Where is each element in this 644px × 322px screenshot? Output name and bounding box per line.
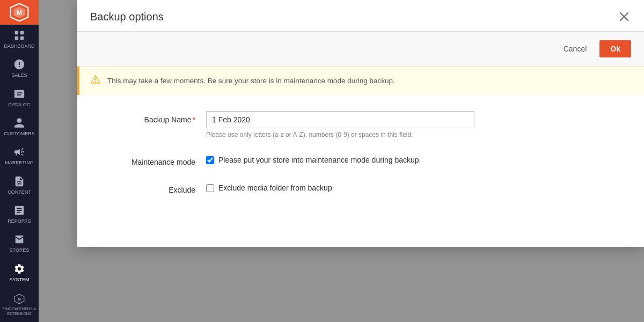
- exclude-label: Exclude: [99, 181, 206, 194]
- sidebar-item-sales-label: Sales: [11, 72, 27, 78]
- backup-name-label: Backup Name*: [99, 111, 206, 124]
- exclude-checkbox-row: Exclude media folder from backup: [206, 181, 623, 192]
- backup-name-hint: Please use only letters (a-z or A-Z), nu…: [206, 131, 623, 138]
- maintenance-mode-checkbox[interactable]: [206, 156, 214, 164]
- backup-name-field: Please use only letters (a-z or A-Z), nu…: [206, 111, 623, 138]
- close-icon: [619, 12, 629, 21]
- sidebar-item-reports-label: Reports: [8, 218, 31, 224]
- sidebar-item-content[interactable]: Content: [0, 171, 39, 200]
- sidebar-item-customers-label: Customers: [4, 131, 34, 136]
- sidebar-item-system-label: System: [9, 277, 29, 282]
- backup-name-input[interactable]: [206, 111, 474, 128]
- maintenance-mode-checkbox-row: Please put your store into maintenance m…: [206, 153, 623, 164]
- maintenance-mode-label: Maintenance mode: [99, 153, 206, 166]
- backup-form: Backup Name* Please use only letters (a-…: [77, 95, 644, 225]
- svg-text:M: M: [18, 297, 21, 301]
- modal-toolbar: Cancel Ok: [77, 32, 644, 67]
- svg-rect-4: [20, 31, 24, 34]
- modal-title: Backup options: [90, 11, 164, 23]
- ok-button[interactable]: Ok: [599, 40, 631, 57]
- cancel-button[interactable]: Cancel: [555, 40, 596, 57]
- sidebar-item-extensions-label: Find Partners & Extensions: [0, 307, 39, 316]
- sidebar-item-dashboard-label: Dashboard: [4, 43, 34, 49]
- warning-icon: [90, 74, 101, 87]
- sidebar-item-reports[interactable]: Reports: [0, 200, 39, 229]
- exclude-checkbox[interactable]: [206, 184, 214, 192]
- maintenance-mode-field: Please put your store into maintenance m…: [206, 153, 623, 164]
- sidebar-item-content-label: Content: [8, 189, 31, 195]
- warning-text: This may take a few moments. Be sure you…: [107, 77, 395, 85]
- sidebar-item-stores[interactable]: Stores: [0, 229, 39, 258]
- sidebar-logo[interactable]: M: [0, 0, 39, 25]
- svg-rect-6: [20, 36, 24, 40]
- modal-overlay: Backup options Cancel Ok: [39, 0, 644, 322]
- modal-close-button[interactable]: [617, 10, 631, 24]
- sidebar-item-customers[interactable]: Customers: [0, 112, 39, 141]
- svg-rect-5: [15, 36, 18, 40]
- sidebar-item-extensions[interactable]: M Find Partners & Extensions: [0, 287, 39, 322]
- modal-header: Backup options: [77, 0, 644, 32]
- sidebar-item-dashboard[interactable]: Dashboard: [0, 25, 39, 54]
- backup-name-row: Backup Name* Please use only letters (a-…: [99, 111, 623, 138]
- exclude-field: Exclude media folder from backup: [206, 181, 623, 192]
- exclude-row: Exclude Exclude media folder from backup: [99, 181, 623, 194]
- sidebar-item-stores-label: Stores: [10, 247, 30, 253]
- sidebar-item-marketing-label: Marketing: [5, 160, 34, 165]
- main-content: Ba Backup options Cancel: [39, 0, 644, 322]
- sidebar-item-marketing[interactable]: Marketing: [0, 141, 39, 170]
- sidebar-bottom: M Find Partners & Extensions: [0, 287, 39, 322]
- svg-rect-3: [15, 31, 18, 34]
- maintenance-mode-checkbox-label[interactable]: Please put your store into maintenance m…: [218, 156, 421, 164]
- sidebar-item-sales[interactable]: Sales: [0, 54, 39, 83]
- warning-banner: This may take a few moments. Be sure you…: [77, 67, 644, 95]
- required-indicator: *: [193, 115, 195, 124]
- sidebar-item-catalog[interactable]: Catalog: [0, 83, 39, 112]
- backup-options-modal: Backup options Cancel Ok: [77, 0, 644, 247]
- svg-text:M: M: [17, 9, 23, 16]
- sidebar: M Dashboard Sales Catalog Customers Mark…: [0, 0, 39, 322]
- modal-body: This may take a few moments. Be sure you…: [77, 67, 644, 247]
- exclude-checkbox-label[interactable]: Exclude media folder from backup: [218, 184, 332, 192]
- sidebar-item-system[interactable]: System: [0, 258, 39, 287]
- maintenance-mode-row: Maintenance mode Please put your store i…: [99, 153, 623, 166]
- sidebar-item-catalog-label: Catalog: [8, 102, 31, 107]
